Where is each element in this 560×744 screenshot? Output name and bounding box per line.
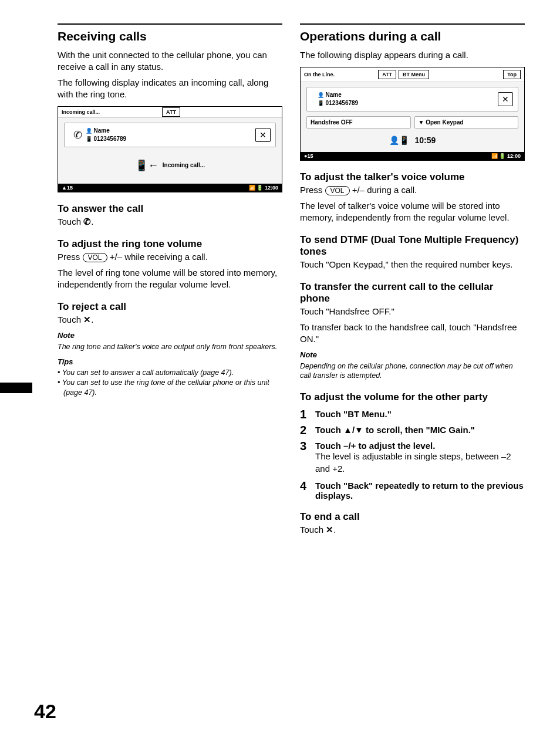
handsfree-off-button[interactable]: Handsfree OFF (306, 116, 411, 128)
transfer-body-2: To transfer back to the handsfree call, … (300, 322, 525, 346)
note-label-2: Note (300, 350, 525, 360)
tips-list: You can set to answer a call automatical… (58, 368, 282, 398)
tip-2: You can set to use the ring tone of the … (58, 378, 282, 398)
ring-volume-press: Press VOL +/– while receiving a call. (58, 251, 282, 263)
heading-answer-call: To answer the call (58, 203, 282, 215)
page-number: 42 (34, 700, 56, 723)
heading-reject-call: To reject a call (58, 301, 282, 313)
fig2-bottom-left: ●15 (304, 153, 313, 159)
tips-label: Tips (58, 357, 282, 367)
fig2-btmenu-button[interactable]: BT Menu (399, 70, 429, 79)
steps-list: Touch "BT Menu." Touch ▲/▼ to scroll, th… (300, 409, 525, 500)
fig1-center-text: Incoming call... (163, 162, 205, 168)
section-rule (300, 23, 525, 25)
fig2-caller-number: 0123456789 (318, 99, 498, 107)
heading-transfer: To transfer the current call to the cell… (300, 281, 525, 305)
reject-call-icon[interactable]: ✕ (255, 128, 271, 142)
right-intro: The following display appears during a c… (300, 49, 525, 61)
ring-volume-body: The level of ring tone volume will be st… (58, 267, 282, 291)
left-column: Receiving calls With the unit connected … (58, 23, 282, 539)
heading-dtmf: To send DTMF (Dual Tone Multiple Frequen… (300, 234, 525, 258)
figure-during-call: On the Line. ATT BT Menu Top Name 012345… (300, 67, 525, 161)
note-text-2: Depending on the cellular phone, connect… (300, 361, 525, 381)
fig2-status-text: On the Line. (304, 72, 376, 77)
heading-operations-during-call: Operations during a call (300, 29, 525, 43)
end-call-icon-inline: ✕ (326, 525, 333, 535)
dtmf-body: Touch "Open Keypad," then the required n… (300, 259, 525, 270)
heading-end-call: To end a call (300, 511, 525, 523)
fig2-bottom-right: 📶 🔋 12:00 (491, 153, 521, 159)
call-duration-icon: 👤📱 (389, 136, 409, 145)
phone-device-icon: 📱← (135, 160, 158, 171)
heading-other-party-volume: To adjust the volume for the other party (300, 391, 525, 403)
intro-para-2: The following display indicates an incom… (58, 77, 282, 101)
fig1-caller-number: 0123456789 (86, 135, 255, 143)
section-rule (58, 23, 282, 25)
step-2: Touch ▲/▼ to scroll, then "MIC Gain." (300, 425, 525, 435)
right-column: Operations during a call The following d… (300, 23, 525, 539)
intro-para-1: With the unit connected to the cellular … (58, 49, 282, 73)
vol-key: VOL (83, 253, 107, 262)
answer-icon-inline: ✆ (83, 217, 91, 226)
answer-call-text: Touch ✆. (58, 216, 282, 228)
end-call-text: Touch ✕. (300, 524, 525, 536)
step-3: Touch –/+ to adjust the level. The level… (300, 441, 525, 475)
fig2-reject-call-icon[interactable]: ✕ (498, 92, 513, 106)
note-text: The ring tone and talker's voice are out… (58, 342, 282, 352)
call-duration: 10:59 (415, 136, 436, 145)
heading-talker-volume: To adjust the talker's voice volume (300, 171, 525, 183)
talker-volume-press: Press VOL +/– during a call. (300, 184, 525, 196)
step-4: Touch "Back" repeatedly to return to the… (300, 481, 525, 500)
fig1-caller-name: Name (86, 127, 255, 135)
reject-call-text: Touch ✕. (58, 314, 282, 326)
fig2-att-button[interactable]: ATT (378, 70, 396, 79)
fig2-caller-name: Name (318, 91, 498, 99)
fig1-bottom-right: 📶 🔋 12:00 (249, 185, 278, 191)
answer-call-icon[interactable]: ✆ (69, 128, 86, 141)
fig1-bottom-left: ▲15 (62, 185, 73, 191)
figure-incoming-call: Incoming call... ATT ✆ Name 0123456789 ✕… (58, 106, 282, 192)
talker-volume-body: The level of talker's voice volume will … (300, 200, 525, 224)
open-keypad-button[interactable]: ▼ Open Keypad (414, 116, 519, 128)
note-label: Note (58, 330, 282, 341)
tip-1: You can set to answer a call automatical… (58, 368, 282, 378)
transfer-body-1: Touch "Handsfree OFF." (300, 306, 525, 317)
side-tab-marker (0, 383, 32, 393)
vol-key-2: VOL (325, 186, 350, 195)
fig2-top-button[interactable]: Top (503, 70, 521, 79)
reject-icon-inline: ✕ (83, 314, 91, 324)
heading-ring-volume: To adjust the ring tone volume (58, 238, 282, 250)
fig1-att-button[interactable]: ATT (162, 107, 180, 117)
fig1-status-text: Incoming call... (62, 109, 134, 115)
step-1: Touch "BT Menu." (300, 409, 525, 419)
heading-receiving-calls: Receiving calls (58, 29, 282, 43)
